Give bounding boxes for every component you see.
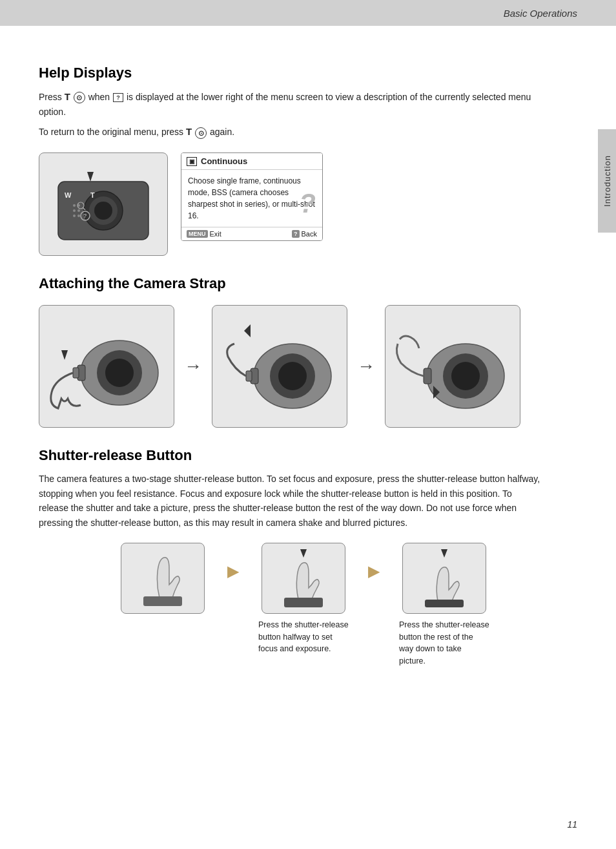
strap-step3 bbox=[385, 305, 520, 428]
strap-arrow1: → bbox=[174, 356, 212, 377]
bold-T2: T bbox=[186, 126, 192, 137]
t-button-icon: ⊙ bbox=[74, 92, 85, 103]
svg-marker-35 bbox=[300, 549, 307, 558]
menu-btn-icon: MENU bbox=[187, 230, 208, 238]
menu-back-label: Back bbox=[302, 230, 317, 238]
svg-point-3 bbox=[94, 202, 112, 220]
shutter-illustrations: ▶ Press the shutter-release button halfw… bbox=[65, 543, 542, 667]
para1-middle: when bbox=[88, 92, 112, 102]
menu-screen-body: Choose single frame, continuous mode, BS… bbox=[181, 170, 322, 227]
svg-rect-32 bbox=[424, 368, 431, 384]
strap-heading: Attaching the Camera Strap bbox=[39, 275, 542, 292]
svg-point-12 bbox=[77, 215, 80, 217]
help-illustrations: W T ? bbox=[39, 152, 542, 256]
page: Basic Operations Introduction Help Displ… bbox=[0, 0, 616, 849]
svg-rect-21 bbox=[73, 368, 79, 378]
menu-continuous-icon: ▣ bbox=[187, 157, 197, 166]
svg-point-11 bbox=[73, 215, 76, 217]
para1-prefix: Press bbox=[39, 92, 65, 102]
shutter-arrow2: ▶ bbox=[365, 562, 383, 580]
t-button-icon2: ⊙ bbox=[195, 127, 207, 139]
para2-suffix: again. bbox=[210, 127, 234, 137]
svg-marker-6 bbox=[87, 172, 94, 182]
menu-screen-illustration: ▣ Continuous Choose single frame, contin… bbox=[181, 152, 323, 241]
strap-arrow2: → bbox=[347, 356, 385, 377]
bold-T1: T bbox=[65, 91, 70, 102]
strap-illustrations: → → bbox=[39, 305, 542, 428]
side-tab-label: Introduction bbox=[602, 155, 612, 207]
shutter-full-box bbox=[402, 543, 486, 614]
shutter-arrow1: ▶ bbox=[224, 562, 242, 580]
shutter-full-label: Press the shutter-release button the res… bbox=[399, 619, 489, 667]
help-displays-para1: Press T ⊙ when ? is displayed at the low… bbox=[39, 89, 542, 119]
svg-point-31 bbox=[451, 362, 480, 390]
svg-rect-38 bbox=[425, 600, 464, 607]
svg-marker-28 bbox=[244, 324, 251, 337]
header-bar: Basic Operations bbox=[0, 0, 616, 26]
shutter-rest-box bbox=[121, 543, 205, 614]
shutter-halfway-item: Press the shutter-release button halfway… bbox=[255, 543, 352, 655]
shutter-body-text: The camera features a two-stage shutter-… bbox=[39, 472, 542, 530]
svg-marker-22 bbox=[61, 350, 68, 360]
camera-illustration: W T ? bbox=[39, 152, 168, 256]
svg-point-7 bbox=[73, 204, 76, 207]
svg-rect-36 bbox=[284, 598, 323, 607]
shutter-halfway-box bbox=[262, 543, 345, 614]
svg-marker-37 bbox=[441, 549, 447, 558]
svg-rect-34 bbox=[143, 596, 182, 606]
strap-step1 bbox=[39, 305, 174, 428]
shutter-heading: Shutter-release Button bbox=[39, 447, 542, 464]
menu-exit-label: Exit bbox=[210, 230, 221, 238]
svg-point-10 bbox=[77, 209, 80, 212]
header-title: Basic Operations bbox=[504, 8, 577, 19]
menu-continuous-label: Continuous bbox=[201, 156, 247, 166]
svg-text:?: ? bbox=[83, 213, 87, 219]
side-tab: Introduction bbox=[598, 129, 616, 233]
svg-point-25 bbox=[278, 362, 307, 390]
shutter-full-item: Press the shutter-release button the res… bbox=[396, 543, 493, 667]
shutter-rest-item bbox=[114, 543, 211, 614]
help-displays-heading: Help Displays bbox=[39, 65, 542, 81]
menu-back-btn: ? Back bbox=[292, 230, 317, 238]
menu-screen-header: ▣ Continuous bbox=[181, 153, 322, 170]
svg-text:W: W bbox=[65, 191, 72, 199]
strap-step2 bbox=[212, 305, 347, 428]
menu-question-mark: ? bbox=[299, 183, 316, 224]
back-btn-icon: ? bbox=[292, 230, 300, 238]
svg-point-9 bbox=[73, 209, 76, 212]
menu-screen-footer: MENU Exit ? Back bbox=[181, 227, 322, 240]
main-content: Help Displays Press T ⊙ when ? is displa… bbox=[0, 26, 581, 700]
help-displays-para2: To return to the original menu, press T … bbox=[39, 124, 542, 140]
menu-body-text: Choose single frame, continuous mode, BS… bbox=[188, 176, 315, 220]
svg-rect-27 bbox=[246, 371, 252, 381]
help-icon: ? bbox=[113, 93, 123, 102]
para2-prefix: To return to the original menu, press bbox=[39, 127, 186, 137]
page-number: 11 bbox=[567, 819, 577, 830]
menu-exit-btn: MENU Exit bbox=[187, 230, 221, 238]
svg-point-19 bbox=[105, 359, 134, 387]
svg-text:T: T bbox=[90, 191, 95, 199]
shutter-halfway-label: Press the shutter-release button halfway… bbox=[258, 619, 349, 655]
